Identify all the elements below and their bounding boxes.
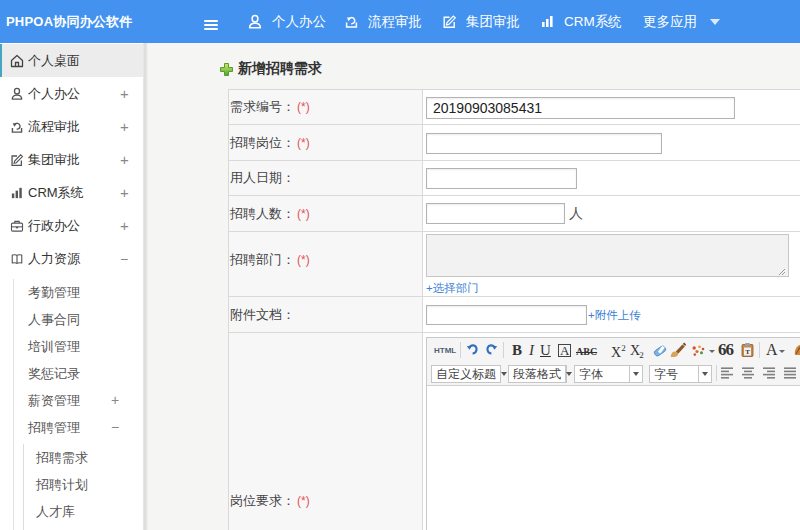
- svg-text:T: T: [745, 348, 750, 356]
